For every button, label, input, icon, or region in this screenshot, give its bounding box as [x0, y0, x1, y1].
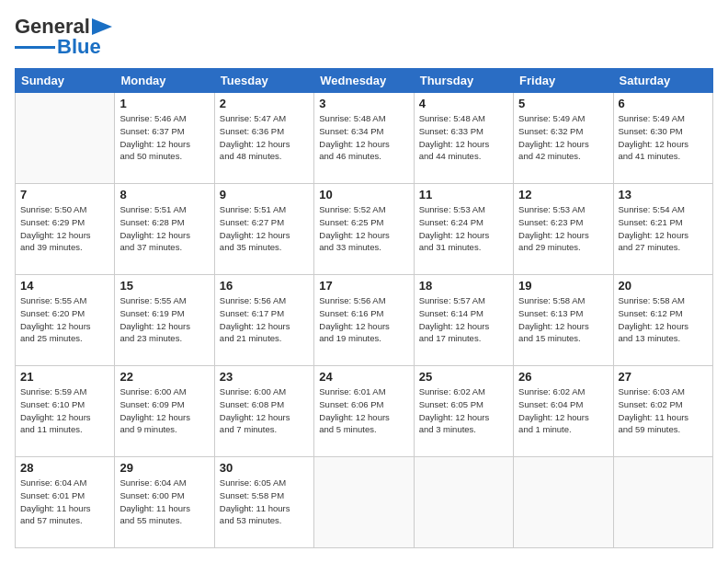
- calendar-cell: 12Sunrise: 5:53 AM Sunset: 6:23 PM Dayli…: [514, 184, 613, 275]
- day-number: 6: [619, 97, 708, 110]
- day-number: 28: [20, 461, 109, 475]
- logo-line: [15, 46, 55, 49]
- calendar-cell: 2Sunrise: 5:47 AM Sunset: 6:36 PM Daylig…: [214, 93, 313, 184]
- cell-info: Sunrise: 6:02 AM Sunset: 6:04 PM Dayligh…: [518, 385, 608, 436]
- calendar-cell: 1Sunrise: 5:46 AM Sunset: 6:37 PM Daylig…: [115, 93, 214, 184]
- week-row-4: 28Sunrise: 6:04 AM Sunset: 6:01 PM Dayli…: [16, 457, 713, 548]
- day-number: 30: [220, 461, 309, 475]
- calendar-cell: 10Sunrise: 5:52 AM Sunset: 6:25 PM Dayli…: [314, 184, 414, 275]
- col-header-wednesday: Wednesday: [314, 69, 414, 93]
- day-number: 9: [220, 188, 309, 201]
- col-header-tuesday: Tuesday: [214, 69, 313, 93]
- calendar-cell: 5Sunrise: 5:49 AM Sunset: 6:32 PM Daylig…: [514, 93, 613, 184]
- calendar-cell: 18Sunrise: 5:57 AM Sunset: 6:14 PM Dayli…: [414, 275, 513, 366]
- col-header-sunday: Sunday: [16, 69, 115, 93]
- cell-info: Sunrise: 5:51 AM Sunset: 6:27 PM Dayligh…: [220, 203, 309, 254]
- cell-info: Sunrise: 5:55 AM Sunset: 6:19 PM Dayligh…: [119, 294, 209, 345]
- cell-info: Sunrise: 5:55 AM Sunset: 6:20 PM Dayligh…: [20, 294, 109, 345]
- cell-info: Sunrise: 5:56 AM Sunset: 6:17 PM Dayligh…: [220, 294, 309, 345]
- week-row-2: 14Sunrise: 5:55 AM Sunset: 6:20 PM Dayli…: [16, 275, 713, 366]
- calendar-cell: [16, 93, 115, 184]
- day-number: 26: [518, 370, 608, 384]
- calendar-cell: 13Sunrise: 5:54 AM Sunset: 6:21 PM Dayli…: [613, 184, 712, 275]
- day-number: 18: [419, 279, 508, 293]
- col-header-monday: Monday: [115, 69, 214, 93]
- day-number: 12: [518, 188, 608, 201]
- cell-info: Sunrise: 6:03 AM Sunset: 6:02 PM Dayligh…: [619, 385, 708, 436]
- cell-info: Sunrise: 5:53 AM Sunset: 6:24 PM Dayligh…: [419, 203, 508, 254]
- calendar-cell: 3Sunrise: 5:48 AM Sunset: 6:34 PM Daylig…: [314, 93, 414, 184]
- week-row-1: 7Sunrise: 5:50 AM Sunset: 6:29 PM Daylig…: [16, 184, 713, 275]
- cell-info: Sunrise: 5:48 AM Sunset: 6:34 PM Dayligh…: [319, 112, 408, 163]
- calendar-cell: 9Sunrise: 5:51 AM Sunset: 6:27 PM Daylig…: [214, 184, 313, 275]
- calendar-cell: 29Sunrise: 6:04 AM Sunset: 6:00 PM Dayli…: [115, 457, 214, 548]
- calendar-cell: 28Sunrise: 6:04 AM Sunset: 6:01 PM Dayli…: [16, 457, 115, 548]
- calendar-cell: 24Sunrise: 6:01 AM Sunset: 6:06 PM Dayli…: [314, 366, 414, 457]
- cell-info: Sunrise: 5:56 AM Sunset: 6:16 PM Dayligh…: [319, 294, 408, 345]
- week-row-3: 21Sunrise: 5:59 AM Sunset: 6:10 PM Dayli…: [16, 366, 713, 457]
- svg-marker-0: [92, 18, 112, 35]
- day-number: 8: [119, 188, 209, 201]
- week-row-0: 1Sunrise: 5:46 AM Sunset: 6:37 PM Daylig…: [16, 93, 713, 184]
- cell-info: Sunrise: 6:04 AM Sunset: 6:00 PM Dayligh…: [119, 477, 209, 527]
- cell-info: Sunrise: 5:49 AM Sunset: 6:30 PM Dayligh…: [619, 112, 708, 163]
- day-number: 4: [419, 97, 508, 110]
- calendar-cell: 21Sunrise: 5:59 AM Sunset: 6:10 PM Dayli…: [16, 366, 115, 457]
- cell-info: Sunrise: 6:00 AM Sunset: 6:09 PM Dayligh…: [119, 385, 209, 436]
- calendar-cell: 6Sunrise: 5:49 AM Sunset: 6:30 PM Daylig…: [613, 93, 712, 184]
- day-number: 16: [220, 279, 309, 293]
- calendar-cell: 11Sunrise: 5:53 AM Sunset: 6:24 PM Dayli…: [414, 184, 513, 275]
- calendar-cell: 17Sunrise: 5:56 AM Sunset: 6:16 PM Dayli…: [314, 275, 414, 366]
- calendar-cell: 30Sunrise: 6:05 AM Sunset: 5:58 PM Dayli…: [214, 457, 313, 548]
- day-number: 1: [119, 97, 209, 110]
- cell-info: Sunrise: 5:54 AM Sunset: 6:21 PM Dayligh…: [619, 203, 708, 254]
- calendar-cell: 22Sunrise: 6:00 AM Sunset: 6:09 PM Dayli…: [115, 366, 214, 457]
- cell-info: Sunrise: 6:00 AM Sunset: 6:08 PM Dayligh…: [220, 385, 309, 436]
- day-number: 2: [220, 97, 309, 110]
- day-number: 17: [319, 279, 408, 293]
- logo-arrow-icon: [92, 18, 112, 35]
- logo-blue: Blue: [57, 35, 101, 59]
- calendar-cell: 14Sunrise: 5:55 AM Sunset: 6:20 PM Dayli…: [16, 275, 115, 366]
- calendar-header-row: SundayMondayTuesdayWednesdayThursdayFrid…: [16, 69, 713, 93]
- day-number: 15: [119, 279, 209, 293]
- col-header-saturday: Saturday: [613, 69, 712, 93]
- calendar-cell: [613, 457, 712, 548]
- day-number: 23: [220, 370, 309, 384]
- calendar-cell: 20Sunrise: 5:58 AM Sunset: 6:12 PM Dayli…: [613, 275, 712, 366]
- cell-info: Sunrise: 6:05 AM Sunset: 5:58 PM Dayligh…: [220, 477, 309, 527]
- day-number: 19: [518, 279, 608, 293]
- day-number: 22: [119, 370, 209, 384]
- page: General Blue SundayMondayTuesdayWednesda…: [0, 0, 728, 563]
- cell-info: Sunrise: 5:50 AM Sunset: 6:29 PM Dayligh…: [20, 203, 109, 254]
- header: General Blue: [15, 15, 713, 59]
- calendar-cell: 8Sunrise: 5:51 AM Sunset: 6:28 PM Daylig…: [115, 184, 214, 275]
- day-number: 5: [518, 97, 608, 110]
- cell-info: Sunrise: 5:53 AM Sunset: 6:23 PM Dayligh…: [518, 203, 608, 254]
- cell-info: Sunrise: 5:52 AM Sunset: 6:25 PM Dayligh…: [319, 203, 408, 254]
- calendar-cell: 25Sunrise: 6:02 AM Sunset: 6:05 PM Dayli…: [414, 366, 513, 457]
- calendar-cell: [514, 457, 613, 548]
- day-number: 24: [319, 370, 408, 384]
- calendar-cell: [314, 457, 414, 548]
- calendar-cell: 7Sunrise: 5:50 AM Sunset: 6:29 PM Daylig…: [16, 184, 115, 275]
- calendar-cell: 23Sunrise: 6:00 AM Sunset: 6:08 PM Dayli…: [214, 366, 313, 457]
- day-number: 29: [119, 461, 209, 475]
- logo: General Blue: [15, 15, 112, 59]
- calendar-cell: 16Sunrise: 5:56 AM Sunset: 6:17 PM Dayli…: [214, 275, 313, 366]
- cell-info: Sunrise: 5:51 AM Sunset: 6:28 PM Dayligh…: [119, 203, 209, 254]
- day-number: 11: [419, 188, 508, 201]
- calendar-table: SundayMondayTuesdayWednesdayThursdayFrid…: [15, 68, 713, 548]
- calendar-cell: [414, 457, 513, 548]
- day-number: 20: [619, 279, 708, 293]
- day-number: 3: [319, 97, 408, 110]
- cell-info: Sunrise: 5:58 AM Sunset: 6:12 PM Dayligh…: [619, 294, 708, 345]
- col-header-thursday: Thursday: [414, 69, 513, 93]
- day-number: 21: [20, 370, 109, 384]
- calendar-cell: 15Sunrise: 5:55 AM Sunset: 6:19 PM Dayli…: [115, 275, 214, 366]
- day-number: 27: [619, 370, 708, 384]
- cell-info: Sunrise: 6:02 AM Sunset: 6:05 PM Dayligh…: [419, 385, 508, 436]
- calendar-cell: 19Sunrise: 5:58 AM Sunset: 6:13 PM Dayli…: [514, 275, 613, 366]
- day-number: 10: [319, 188, 408, 201]
- cell-info: Sunrise: 5:46 AM Sunset: 6:37 PM Dayligh…: [119, 112, 209, 163]
